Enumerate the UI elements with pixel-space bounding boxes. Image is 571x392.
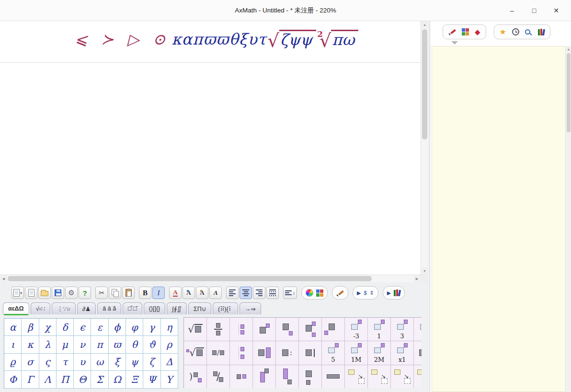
greek-letter-cell[interactable]: ϑ [143,336,160,353]
color-wheel-button[interactable] [306,289,313,297]
bookmark-button[interactable]: ◆ [475,28,480,36]
greek-letter-cell[interactable]: Γ [22,371,39,388]
template-cell-num[interactable]: -3 [345,318,368,341]
greek-letter-cell[interactable]: ϖ [109,336,126,353]
format-brush-button[interactable] [448,28,456,35]
play-icon[interactable]: ▶ [387,290,391,296]
template-cell-num[interactable]: 2M [368,341,391,365]
template-cell-num[interactable]: 1 [368,318,391,341]
align-justify-button[interactable] [266,287,279,299]
line-spacing-button[interactable]: ↕ [283,287,297,299]
greek-letter-cell[interactable]: φ [126,319,143,336]
tab-9[interactable]: (⠿){⠇ [213,302,238,314]
tab-0[interactable]: αεΔΩ [3,302,29,314]
favorites-star-button[interactable]: ★ [500,27,506,36]
greek-letter-cell[interactable]: Ξ [126,371,143,388]
template-cell-twosmall[interactable] [230,365,253,388]
tab-6[interactable]: ()[]{} [144,302,166,314]
greek-letter-cell[interactable]: ς [39,354,57,371]
font-style-a-button[interactable]: A [183,287,195,299]
template-cell-presub[interactable] [322,318,345,341]
greek-letter-cell[interactable]: ϕ [109,319,126,336]
greek-letter-cell[interactable]: Δ [161,354,178,371]
tab-2[interactable]: ⋮∵○ [52,302,76,314]
template-cell-subP2[interactable] [276,365,299,388]
greek-letter-cell[interactable]: γ [143,319,160,336]
template-cell-yarr[interactable]: ↘ [391,365,414,388]
greek-letter-cell[interactable]: η [161,319,178,336]
settings-button[interactable]: ⚙ [65,287,78,299]
template-cell-num[interactable]: x1 [391,341,414,365]
tab-7[interactable]: ∫∮∬ [167,302,187,314]
greek-letter-cell[interactable]: ζ [143,354,160,371]
maximize-button[interactable]: □ [523,0,545,21]
tab-3[interactable]: ∂♟ [77,302,96,314]
minimize-button[interactable]: – [501,0,523,21]
greek-letter-cell[interactable]: λ [39,336,57,353]
template-cell-num[interactable]: 3 [391,318,414,341]
paste-button[interactable] [122,287,135,299]
greek-letter-cell[interactable]: κ [22,336,39,353]
greek-letter-cell[interactable]: Π [57,371,74,388]
greek-letter-cell[interactable]: ψ [126,354,143,371]
font-style-c-button[interactable]: A [209,287,222,299]
greek-letter-cell[interactable]: μ [57,336,74,353]
align-center-button[interactable] [240,287,252,299]
format-pen-button[interactable] [336,289,344,297]
greek-letter-cell[interactable]: δ [57,319,74,336]
greek-letter-cell[interactable]: ε [91,319,108,336]
scroll-down-icon[interactable]: ▼ [421,267,428,275]
greek-letter-cell[interactable]: β [22,319,39,336]
greek-letter-cell[interactable]: ω [91,354,108,371]
template-cell-skew[interactable]: ∕ [207,365,230,388]
template-cell-num[interactable]: 1M [345,341,368,365]
template-cell-pscript[interactable]: ) [184,365,207,388]
horizontal-scroll-thumb[interactable] [8,276,372,281]
template-cell-supP[interactable] [253,318,276,341]
greek-letter-cell[interactable]: Σ [91,371,108,388]
greek-letter-cell[interactable]: ι [4,336,22,353]
open-button[interactable] [38,287,51,299]
greek-letter-cell[interactable]: ν [74,336,91,353]
font-color-button[interactable]: A [169,287,182,299]
math-formula[interactable]: ⩽ ≻ ▷ ⊙ καπϖϖθξυτ √ ζψψ 2 √ πω [75,30,358,48]
vertical-scroll-thumb[interactable] [422,29,427,139]
copy-button[interactable] [109,287,121,299]
equation-canvas[interactable]: ⩽ ≻ ▷ ⊙ καπϖϖθξυτ √ ζψψ 2 √ πω [0,21,421,275]
greek-letter-cell[interactable]: τ [57,354,74,371]
greek-letter-cell[interactable]: Λ [39,371,57,388]
play-icon[interactable]: ▶ [357,290,361,296]
template-cell-dots[interactable]: : [276,341,299,365]
template-cell-num[interactable]: 5 [322,341,345,365]
align-right-button[interactable] [253,287,265,299]
template-cell-scrT[interactable] [230,318,253,341]
font-style-b-button[interactable]: A [196,287,208,299]
scroll-right-icon[interactable]: ▶ [413,275,421,282]
template-cell-scrB[interactable] [230,341,253,365]
greek-letter-cell[interactable]: υ [74,354,91,371]
template-cell-wide[interactable] [322,365,345,388]
color-grid-button[interactable] [462,28,469,35]
template-cell-yarr[interactable]: ↘ [368,365,391,388]
greek-letter-cell[interactable]: Ω [109,371,126,388]
tab-8[interactable]: ΣΠ∪ [188,302,211,314]
panel-scroll-thumb[interactable] [567,53,571,132]
template-cell-yarr[interactable]: ↘ [345,365,368,388]
template-cell-tallP[interactable] [253,341,276,365]
help-button[interactable]: ? [79,287,91,299]
tab-1[interactable]: √▫∷ [31,302,50,314]
greek-letter-cell[interactable]: Φ [4,371,22,388]
greek-letter-cell[interactable]: Θ [74,371,91,388]
greek-letter-cell[interactable]: α [4,319,22,336]
new-dropdown-button[interactable]: ▾ [11,287,24,299]
cut-button[interactable]: ✂ [95,287,108,299]
template-cell-supP2[interactable] [253,365,276,388]
template-cell-num[interactable]: 4 [414,318,422,341]
template-cell-sqrt[interactable]: √ [184,318,207,341]
template-cell-yarr[interactable]: ↘ [414,365,422,388]
tab-4[interactable]: â ä ã [97,302,121,314]
align-left-button[interactable] [226,287,239,299]
greek-letter-cell[interactable]: Ψ [143,371,160,388]
scroll-up-icon[interactable]: ▲ [421,21,428,28]
template-cell-limits[interactable] [299,365,322,388]
